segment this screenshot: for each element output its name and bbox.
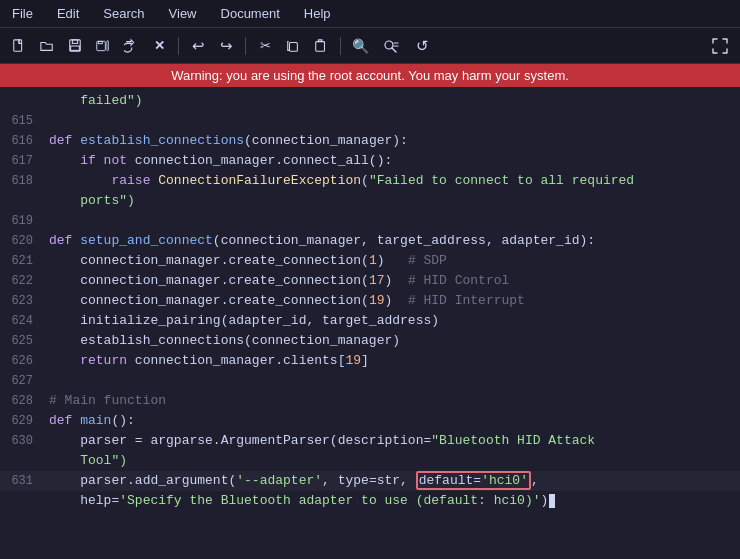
menu-file[interactable]: File	[8, 4, 37, 23]
code-line: Tool")	[0, 451, 740, 471]
code-line: ports")	[0, 191, 740, 211]
code-line: 627	[0, 371, 740, 391]
goto-btn[interactable]: ↺	[411, 35, 433, 57]
code-editor[interactable]: failed") 615 616 def establish_connectio…	[0, 87, 740, 556]
svg-line-11	[392, 48, 396, 52]
fullscreen-btn[interactable]	[708, 35, 732, 57]
separator-1	[178, 37, 179, 55]
code-line: 624 initialize_pairing(adapter_id, targe…	[0, 311, 740, 331]
code-line: 622 connection_manager.create_connection…	[0, 271, 740, 291]
close-btn[interactable]: ✕	[148, 35, 170, 57]
toolbar: ✕ ↩ ↪ ✂ 🔍 ↺	[0, 28, 740, 64]
save-all-btn[interactable]	[92, 35, 114, 57]
reload-btn[interactable]	[120, 35, 142, 57]
svg-rect-8	[290, 42, 298, 51]
code-line: 626 return connection_manager.clients[19…	[0, 351, 740, 371]
menu-bar: File Edit Search View Document Help	[0, 0, 740, 28]
code-line: 628 # Main function	[0, 391, 740, 411]
new-file-btn[interactable]	[8, 35, 30, 57]
svg-rect-9	[316, 41, 325, 51]
code-line: 625 establish_connections(connection_man…	[0, 331, 740, 351]
open-btn[interactable]	[36, 35, 58, 57]
separator-3	[340, 37, 341, 55]
redo-btn[interactable]: ↪	[215, 35, 237, 57]
cut-btn[interactable]: ✂	[254, 35, 276, 57]
paste-btn[interactable]	[310, 35, 332, 57]
warning-text: Warning: you are using the root account.…	[171, 68, 569, 83]
menu-search[interactable]: Search	[99, 4, 148, 23]
code-line: 618 raise ConnectionFailureException("Fa…	[0, 171, 740, 191]
menu-view[interactable]: View	[165, 4, 201, 23]
code-line: 623 connection_manager.create_connection…	[0, 291, 740, 311]
code-line: 620 def setup_and_connect(connection_man…	[0, 231, 740, 251]
svg-rect-4	[71, 46, 80, 50]
svg-rect-6	[98, 41, 102, 43]
menu-help[interactable]: Help	[300, 4, 335, 23]
code-line: 619	[0, 211, 740, 231]
warning-banner: Warning: you are using the root account.…	[0, 64, 740, 87]
svg-rect-3	[72, 39, 77, 43]
svg-rect-0	[14, 39, 22, 50]
code-line: failed")	[0, 91, 740, 111]
save-btn[interactable]	[64, 35, 86, 57]
copy-btn[interactable]	[282, 35, 304, 57]
separator-2	[245, 37, 246, 55]
code-line: 621 connection_manager.create_connection…	[0, 251, 740, 271]
code-line: help='Specify the Bluetooth adapter to u…	[0, 491, 740, 511]
svg-rect-7	[107, 40, 109, 50]
code-line: 630 parser = argparse.ArgumentParser(des…	[0, 431, 740, 451]
find-files-btn[interactable]	[377, 35, 405, 57]
highlighted-code: default='hci0'	[416, 471, 531, 490]
code-line-631: 631 parser.add_argument('--adapter', typ…	[0, 471, 740, 491]
code-line: 615	[0, 111, 740, 131]
code-line: 616 def establish_connections(connection…	[0, 131, 740, 151]
code-line: 617 if not connection_manager.connect_al…	[0, 151, 740, 171]
menu-document[interactable]: Document	[217, 4, 284, 23]
menu-edit[interactable]: Edit	[53, 4, 83, 23]
code-line: 629 def main():	[0, 411, 740, 431]
undo-btn[interactable]: ↩	[187, 35, 209, 57]
find-btn[interactable]: 🔍	[349, 35, 371, 57]
